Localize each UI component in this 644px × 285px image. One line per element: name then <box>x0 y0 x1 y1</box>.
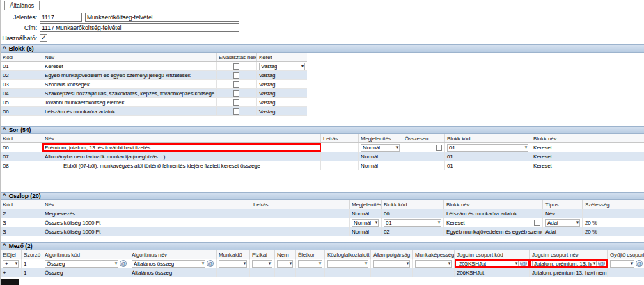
blokk-nev-checkbox[interactable] <box>534 220 540 226</box>
title-input[interactable] <box>40 23 239 32</box>
usable-checkbox[interactable]: ✓ <box>40 34 47 42</box>
section-header-sor[interactable]: ^ Sor (54) <box>1 126 644 134</box>
column-header-jogcim-csoport-kod[interactable]: Jogcím csoport kód <box>455 250 530 259</box>
nem-combobox[interactable]: ▾ <box>277 260 293 268</box>
gyujto-csoport-kod-combobox[interactable]: ▾ <box>610 260 634 268</box>
megjelenites-combobox[interactable]: Normál ▾ <box>352 219 379 227</box>
lookup-icon[interactable]: @ <box>207 260 214 267</box>
lookup-icon[interactable]: @ <box>520 260 527 267</box>
elvalasztas-checkbox[interactable] <box>233 63 239 70</box>
tabstrip-divider <box>1 10 644 10</box>
column-header-blokk-kod[interactable]: Blokk kód <box>382 200 444 209</box>
blokk-kod-combobox[interactable]: 01 ▾ <box>447 144 528 152</box>
column-header-fizikai[interactable]: Fizikai <box>250 250 275 259</box>
algoritmus-nev-combobox[interactable]: Általános összeg ▾ <box>132 260 205 268</box>
column-header-nev[interactable]: Név <box>42 53 217 61</box>
column-header-keret[interactable]: Keret <box>257 53 307 61</box>
column-header-elojel[interactable]: Előjel <box>1 250 22 259</box>
column-header-osszesen[interactable]: Összesen <box>402 134 445 142</box>
table-row[interactable]: + 1 Összeg Általános összeg 206KSHJut Ju… <box>1 268 644 277</box>
table-row[interactable]: 06 Létszám és munkaóra adatok Vastag <box>1 107 307 116</box>
megjelenites-combobox[interactable]: Normál ▾ <box>361 144 400 152</box>
algoritmus-kod-combobox[interactable]: Összeg ▾ <box>45 260 118 268</box>
cell-nem: ▾ <box>275 259 296 268</box>
elojel-combobox[interactable]: + ▾ <box>3 260 19 268</box>
elvalasztas-checkbox[interactable] <box>233 99 239 106</box>
jogcim-csoport-kod-combobox[interactable]: 205KSHJut ▾ <box>457 260 519 268</box>
column-header-kod[interactable]: Kód <box>1 200 42 209</box>
column-header-munkakepesseg[interactable]: Munkaképesség <box>413 250 455 259</box>
column-header-megjelenites[interactable]: Megjelenítés <box>359 134 402 142</box>
table-row[interactable]: + ▾ 1 Összeg ▾ @ Általános összeg ▾ @ <box>1 259 644 268</box>
allampolgarsag-combobox[interactable]: ▾ <box>373 260 410 268</box>
column-header-blokk-nev[interactable]: Blokk név <box>444 200 543 209</box>
column-header-gyujto-csoport-kod[interactable]: Gyűjtő csoport kód <box>608 250 644 259</box>
section-header-oszlop[interactable]: ^ Oszlop (20) <box>1 192 644 200</box>
column-header-jogcim-csoport-nev[interactable]: Jogcím csoport név <box>530 250 608 259</box>
column-header-kozfoglalkoztatott[interactable]: Közfoglalkoztatott <box>325 250 371 259</box>
cell-elvalasztas <box>217 71 257 79</box>
column-header-szelesseg[interactable]: Szélesség <box>583 200 625 209</box>
table-row[interactable]: 01 Kereset Vastag ▾ <box>1 62 307 71</box>
lookup-icon[interactable]: @ <box>636 260 643 267</box>
column-header-nem[interactable]: Nem <box>275 250 296 259</box>
table-row[interactable]: 3 Összes költség 1000 Ft Normál ▾ 01 ▾ K… <box>1 218 644 227</box>
munkakepesseg-combobox[interactable]: ▾ <box>415 260 452 268</box>
column-header-allampolgarsag[interactable]: Állampolgárság <box>371 250 413 259</box>
table-row[interactable]: 3 Összes költség 1000 Ft Normál 02 Egyéb… <box>1 227 644 236</box>
table-row[interactable]: 05 További munkaerőköltség elemek Vastag <box>1 98 307 107</box>
lookup-icon[interactable]: @ <box>120 260 127 267</box>
section-header-blokk[interactable]: ^ Blokk (6) <box>1 44 644 53</box>
table-row[interactable]: 07 Állományba nem tartozók munkadíja (me… <box>1 152 644 161</box>
blokk-kod-combobox[interactable]: 01 ▾ <box>384 219 441 227</box>
section-blokk: ^ Blokk (6) Kód Név Elválasztás nélkül K… <box>1 44 644 116</box>
fizikai-combobox[interactable]: ▾ <box>252 260 272 268</box>
collapse-icon: ^ <box>3 46 6 51</box>
column-header-elvalasztas[interactable]: Elválasztás nélkül <box>217 53 257 61</box>
table-row[interactable]: 02 Egyéb munkajövedelem és egyéb személy… <box>1 71 307 80</box>
column-header-blokk-kod[interactable]: Blokk kód <box>445 134 531 142</box>
column-header-algoritmus-kod[interactable]: Algoritmus kód <box>42 250 129 259</box>
column-header-nev[interactable]: Név <box>42 134 321 142</box>
table-row[interactable]: 08 Ebből (07-ből): munkavégzés alól tört… <box>1 161 644 170</box>
table-row[interactable]: 2 Megnevezés Normál 06 Létszám és munkaó… <box>1 209 644 218</box>
cell-gyujto-csoport-kod: ▾ @ <box>608 259 644 268</box>
column-header-kod[interactable]: Kód <box>1 53 42 61</box>
column-header-tipus[interactable]: Típus <box>543 200 583 209</box>
eletkor-combobox[interactable]: ▾ <box>298 260 322 268</box>
cell-leiras <box>321 161 359 170</box>
section-header-mezo[interactable]: ^ Mező (2) <box>1 242 644 250</box>
report-name-input[interactable] <box>85 13 239 22</box>
report-code-input[interactable] <box>40 13 82 22</box>
cell-kod: 03 <box>1 80 42 88</box>
tipus-combobox[interactable]: Adat ▾ <box>545 219 580 227</box>
chevron-down-icon: ▾ <box>269 261 271 266</box>
munkaido-combobox[interactable]: ▾ <box>219 260 247 268</box>
column-header-leiras[interactable]: Leírás <box>251 200 350 209</box>
table-row[interactable]: 06 Prémium, jutalom, 13. és további havi… <box>1 143 644 152</box>
table-row[interactable]: 03 Szociális költségek Vastag <box>1 80 307 89</box>
column-header-munkaido[interactable]: Munkaidő <box>217 250 250 259</box>
elvalasztas-checkbox[interactable] <box>233 81 239 88</box>
elvalasztas-checkbox[interactable] <box>233 108 239 115</box>
column-header-kod[interactable]: Kód <box>1 134 42 142</box>
keret-combobox[interactable]: Vastag ▾ <box>259 63 305 70</box>
column-header-leiras[interactable]: Leírás <box>321 134 359 142</box>
column-header-nev[interactable]: Név <box>42 200 251 209</box>
elvalasztas-checkbox[interactable] <box>233 72 239 79</box>
column-header-blokk-nev[interactable]: Blokk név <box>531 134 644 142</box>
column-header-megjelenites[interactable]: Megjelenítés <box>350 200 382 209</box>
cell-keret: Vastag <box>257 107 307 115</box>
column-header-eletkor[interactable]: Életkor <box>296 250 325 259</box>
column-header-szorzo[interactable]: Szorzó <box>22 250 42 259</box>
kozfoglalkoztatott-combobox[interactable]: ▾ <box>327 260 368 268</box>
lookup-icon[interactable]: @ <box>598 260 605 267</box>
cell-megjelenites: Normál ▾ <box>359 143 402 152</box>
elvalasztas-checkbox[interactable] <box>233 90 239 97</box>
osszesen-checkbox[interactable] <box>436 145 442 151</box>
jogcim-csoport-nev-combobox[interactable]: Jutalom, prémium, 13. havi rendszeres ▾ <box>532 260 597 268</box>
cell-kod: 02 <box>1 71 42 79</box>
tab-altalanos[interactable]: Általános <box>4 1 40 10</box>
column-header-algoritmus-nev[interactable]: Algoritmus név <box>129 250 217 259</box>
table-row[interactable]: 04 Szakképzési hozzájárulás, szakoktatás… <box>1 89 307 98</box>
